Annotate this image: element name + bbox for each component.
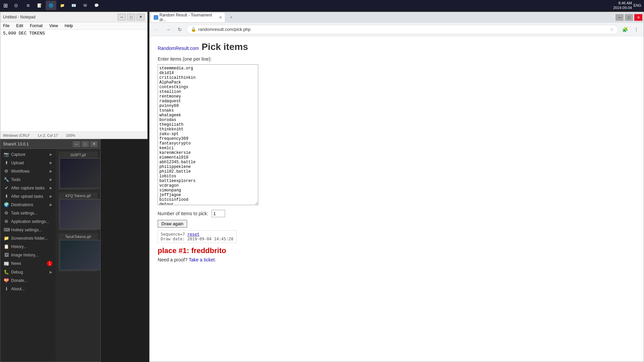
sharex-news[interactable]: 📰 News 1	[0, 259, 56, 268]
tab-title: Random Result - Tournament dr...	[160, 13, 218, 22]
take-ticket-link[interactable]: Take a ticket	[189, 257, 215, 262]
sharex-tools[interactable]: 🔧 Tools ▶	[0, 175, 56, 184]
thumbnail-3-label: TarukTokens.gif	[60, 235, 96, 239]
browser-taskbar-app[interactable]: 🌐	[46, 1, 56, 10]
debug-label: Debug	[11, 270, 23, 275]
upload-label: Upload	[11, 161, 24, 165]
page-header: RandomResult.com Pick items	[158, 42, 636, 52]
donate-icon: 💝	[4, 278, 9, 283]
page-title: Pick items	[202, 42, 248, 52]
after-capture-label: After capture tasks	[11, 186, 45, 190]
notepad-taskbar-app[interactable]: 📝	[34, 1, 45, 10]
sharex-body: 📷 Capture ▶ ⬆ Upload ▶ ⚙ Workflows ▶ 🔧 T…	[0, 149, 100, 362]
sharex-donate[interactable]: 💝 Donate...	[0, 276, 56, 285]
search-button[interactable]: ⊙	[11, 0, 21, 11]
sharex-capture[interactable]: 📷 Capture ▶	[0, 150, 56, 159]
address-bar[interactable]: 🔒 randomresult.com/pick.php ☆	[186, 25, 618, 34]
thumbnail-3-preview	[60, 240, 100, 270]
star-icon[interactable]: ☆	[610, 27, 614, 32]
proof-text: Need a proof? Take a ticket.	[158, 257, 636, 262]
destinations-label: Destinations	[11, 202, 33, 207]
sequence-box: Sequence=7 reset Draw date: 2019-09-04 1…	[158, 230, 236, 243]
mail-taskbar-app[interactable]: 📧	[68, 1, 79, 10]
browser-maximize-button[interactable]: □	[625, 14, 633, 21]
pick-controls: Number of items to pick:	[158, 210, 636, 217]
pick-number-input[interactable]	[212, 210, 225, 217]
notepad-title: Untitled - Notepad	[3, 15, 118, 19]
history-label: History...	[11, 244, 26, 249]
sharex-after-capture[interactable]: ✔ After capture tasks ▶	[0, 184, 56, 192]
taskview-button[interactable]: ⧉	[23, 1, 34, 10]
notepad-menu-file[interactable]: File	[2, 23, 11, 29]
sharex-app-settings[interactable]: ⚙ Application settings...	[0, 217, 56, 226]
start-button[interactable]: ⊞	[0, 0, 11, 11]
notepad-minimize-button[interactable]: ─	[118, 14, 126, 20]
thumbnail-1-image	[60, 158, 100, 188]
sharex-upload[interactable]: ⬆ Upload ▶	[0, 159, 56, 167]
teams-taskbar-app[interactable]: 💬	[91, 1, 102, 10]
sharex-close-button[interactable]: ✕	[90, 141, 98, 147]
about-label: About...	[11, 287, 25, 291]
capture-icon: 📷	[4, 152, 9, 157]
sharex-debug[interactable]: 🐛 Debug ▶	[0, 268, 56, 276]
notepad-menu-help[interactable]: Help	[63, 23, 74, 29]
sharex-maximize-button[interactable]: □	[82, 141, 89, 147]
sharex-titlebar: ShareX 13.0.1 ─ □ ✕	[0, 139, 100, 149]
sharex-destinations[interactable]: 🌍 Destinations ▶	[0, 200, 56, 209]
history-icon: 📋	[4, 244, 9, 249]
sharex-sidebar: 📷 Capture ▶ ⬆ Upload ▶ ⚙ Workflows ▶ 🔧 T…	[0, 149, 56, 362]
thumbnail-3[interactable]: TarukTokens.gif	[58, 233, 98, 272]
notepad-maximize-button[interactable]: □	[127, 14, 135, 20]
task-settings-icon: ⚙	[4, 210, 9, 216]
sharex-history[interactable]: 📋 History...	[0, 242, 56, 251]
pick-label: Number of items to pick:	[158, 211, 208, 216]
sharex-controls: ─ □ ✕	[73, 141, 98, 147]
sharex-window: ShareX 13.0.1 ─ □ ✕ 📷 Capture ▶ ⬆ Upload…	[0, 139, 101, 362]
tab-close-button[interactable]: ✕	[219, 15, 222, 20]
taskbar: ⊞ ⊙ ⧉ 📝 🌐 📁 📧 W 💬 8:46 AM 2019-09-04 ENG	[0, 0, 644, 11]
sharex-workflows[interactable]: ⚙ Workflows ▶	[0, 167, 56, 175]
extensions-button[interactable]: 🧩	[620, 25, 630, 34]
draw-again-button[interactable]: Draw again	[158, 220, 187, 228]
notepad-menu-edit[interactable]: Edit	[15, 23, 24, 29]
taskbar-apps: ⧉ 📝 🌐 📁 📧 W 💬	[21, 1, 610, 10]
sharex-about[interactable]: ℹ About...	[0, 285, 56, 293]
after-capture-icon: ✔	[4, 185, 9, 190]
thumbnail-2[interactable]: KFQ Tokens.gif	[58, 192, 98, 231]
sharex-image-history[interactable]: 🖼 Image history...	[0, 251, 56, 259]
browser-close-button[interactable]: ✕	[634, 14, 642, 21]
sequence-text: Sequence=7	[161, 232, 185, 237]
thumbnail-2-image	[60, 199, 100, 229]
url-display: randomresult.com/pick.php	[198, 27, 608, 32]
menu-button[interactable]: ⋮	[632, 25, 641, 34]
tools-icon: 🔧	[4, 177, 9, 182]
notepad-close-button[interactable]: ✕	[137, 14, 145, 20]
browser-tab-active[interactable]: Random Result - Tournament dr... ✕	[151, 13, 225, 22]
notepad-content[interactable]: 5,000 DEC TOKENS	[0, 29, 147, 131]
result-text: place #1: freddbrito	[158, 246, 636, 255]
sharex-after-upload[interactable]: ⬆ After upload tasks ▶	[0, 192, 56, 200]
forward-button[interactable]: →	[164, 25, 173, 34]
screenshots-folder-icon: 📁	[4, 236, 9, 241]
new-tab-button[interactable]: +	[226, 13, 236, 22]
thumbnail-1[interactable]: 1kSPT.gif	[58, 152, 98, 190]
sharex-task-settings[interactable]: ⚙ Task settings...	[0, 209, 56, 217]
back-button[interactable]: ←	[152, 25, 162, 34]
explorer-taskbar-app[interactable]: 📁	[57, 1, 68, 10]
reload-button[interactable]: ↻	[175, 25, 184, 34]
taskbar-right: 8:46 AM 2019-09-04 ENG	[610, 1, 644, 10]
reset-link[interactable]: reset	[187, 232, 199, 237]
notepad-position: Ln 2, Col 17	[38, 133, 58, 137]
about-icon: ℹ	[4, 286, 9, 291]
items-textarea[interactable]: steemmedia.org dkid14 criticalthinkin Al…	[158, 64, 258, 205]
notepad-menu-view[interactable]: View	[48, 23, 59, 29]
browser-minimize-button[interactable]: ─	[615, 14, 624, 21]
hotkey-settings-label: Hotkey settings...	[11, 228, 42, 232]
debug-icon: 🐛	[4, 269, 9, 275]
sharex-screenshots-folder[interactable]: 📁 Screenshots folder...	[0, 234, 56, 242]
sharex-hotkey-settings[interactable]: ⌨ Hotkey settings...	[0, 226, 56, 234]
sharex-minimize-button[interactable]: ─	[73, 141, 80, 147]
word-taskbar-app[interactable]: W	[80, 1, 91, 10]
notepad-menu-format[interactable]: Format	[29, 23, 44, 29]
page-domain-link[interactable]: RandomResult.com	[158, 46, 199, 51]
